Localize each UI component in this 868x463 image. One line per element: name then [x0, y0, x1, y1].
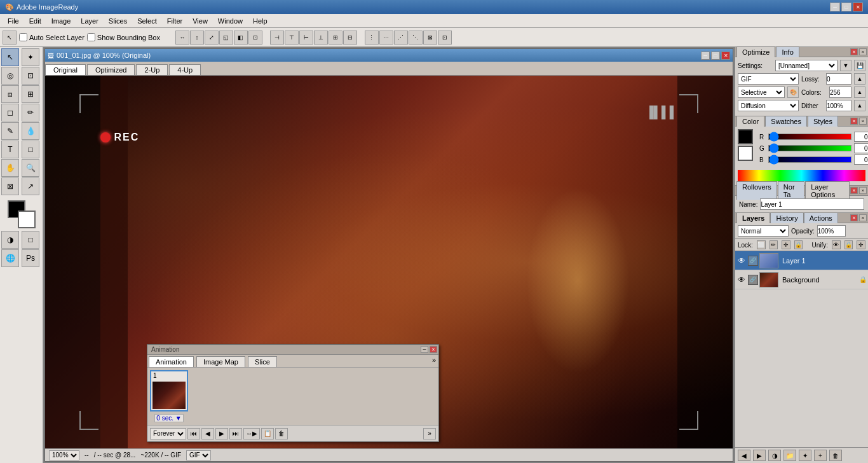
tool-slice[interactable]: ⧈ — [1, 85, 19, 103]
tab-layers[interactable]: Layers — [736, 212, 770, 223]
layers-btn-prev[interactable]: ◀ — [738, 450, 750, 461]
layers-btn-group[interactable]: 📁 — [783, 450, 796, 461]
tool-zoom[interactable]: 🔍 — [22, 159, 39, 177]
layers-btn-style[interactable]: ✦ — [799, 450, 811, 461]
anim-tab-slice[interactable]: Slice — [248, 356, 277, 367]
lossy-spinner[interactable]: ▲ — [854, 73, 865, 85]
dither-spinner[interactable]: ▲ — [854, 100, 865, 111]
image-close-btn[interactable]: ✕ — [721, 52, 730, 60]
palette-options-btn[interactable]: 🎨 — [787, 86, 799, 98]
layers-btn-delete[interactable]: 🗑 — [829, 450, 842, 461]
align-btn-6[interactable]: ⊟ — [343, 31, 357, 45]
format-select[interactable]: GIF — [738, 73, 799, 85]
unify-visibility[interactable]: 👁 — [832, 240, 841, 249]
settings-options-btn[interactable]: ▼ — [840, 60, 851, 71]
tool-hand[interactable]: ✋ — [1, 159, 19, 177]
layers-close-btn[interactable]: ✕ — [850, 214, 858, 221]
tab-4up[interactable]: 4-Up — [169, 64, 201, 75]
image-maximize-btn[interactable]: □ — [711, 52, 720, 60]
dist-btn-6[interactable]: ⊡ — [438, 31, 452, 45]
tool-magic-wand[interactable]: ✦ — [22, 48, 39, 66]
menu-file[interactable]: File — [3, 16, 24, 26]
tab-rollovers[interactable]: Rollovers — [736, 181, 777, 200]
anim-close-btn[interactable]: ✕ — [430, 346, 437, 353]
unify-position[interactable]: ✛ — [857, 240, 865, 249]
lock-paint[interactable]: ✏ — [770, 240, 778, 249]
status-info-select[interactable]: GIF — [186, 450, 211, 460]
tool-crop[interactable]: ⊡ — [22, 67, 39, 85]
anim-options-btn[interactable]: » — [423, 428, 436, 439]
tab-swatches[interactable]: Swatches — [765, 116, 807, 127]
anim-play-btn[interactable]: ▶ — [215, 428, 228, 439]
tab-color[interactable]: Color — [736, 116, 764, 127]
color-close-btn[interactable]: ✕ — [850, 118, 858, 125]
animation-frame-1[interactable]: 1 — [150, 370, 188, 411]
tab-optimized[interactable]: Optimized — [87, 64, 135, 75]
lock-transparency[interactable]: ⬜ — [757, 240, 766, 249]
colors-spinner[interactable]: ▲ — [854, 86, 865, 98]
fg-color-swatch[interactable] — [738, 129, 753, 144]
align-btn-2[interactable]: ⊤ — [285, 31, 299, 45]
tool-eyedropper[interactable]: 💧 — [22, 122, 39, 140]
menu-view[interactable]: View — [187, 16, 213, 26]
anim-delete-btn[interactable]: 🗑 — [275, 428, 288, 439]
r-slider[interactable] — [768, 134, 851, 140]
layer-1-visibility[interactable]: 👁 — [736, 256, 747, 266]
tab-layer-options[interactable]: Layer Options — [805, 181, 850, 200]
tool-standard-mode[interactable]: □ — [22, 231, 39, 249]
colors-input[interactable] — [829, 86, 851, 98]
dist-btn-3[interactable]: ⋰ — [394, 31, 408, 45]
anim-tab-imagemap[interactable]: Image Map — [196, 356, 245, 367]
lock-move[interactable]: ✛ — [782, 240, 790, 249]
dist-btn-1[interactable]: ⋮ — [365, 31, 379, 45]
palette-select[interactable]: Selective — [738, 86, 785, 98]
tool-tab[interactable]: ⊠ — [1, 177, 19, 195]
frame-time[interactable]: 0 sec. ▼ — [150, 414, 188, 422]
background-color[interactable] — [18, 211, 36, 228]
tool-paint[interactable]: ✏ — [22, 104, 39, 121]
tool-type[interactable]: T — [1, 141, 19, 158]
tool-slice-select[interactable]: ⊞ — [22, 85, 39, 103]
b-slider[interactable] — [768, 156, 851, 163]
layer-row-1[interactable]: 👁 🔗 Layer 1 — [735, 251, 868, 270]
dither-select[interactable]: Diffusion — [738, 100, 799, 111]
anim-tab-animation[interactable]: Animation — [149, 356, 194, 367]
layer-name-input[interactable] — [760, 198, 864, 210]
transform-btn-6[interactable]: ⊡ — [248, 31, 262, 45]
tool-extra[interactable]: ↗ — [22, 177, 39, 195]
loop-select[interactable]: Forever — [150, 428, 186, 439]
g-value[interactable]: 00 — [854, 143, 868, 153]
rollovers-expand-btn[interactable]: » — [859, 187, 867, 194]
menu-help[interactable]: Help — [248, 16, 273, 26]
dist-btn-4[interactable]: ⋱ — [409, 31, 423, 45]
lock-all[interactable]: 🔒 — [794, 240, 803, 249]
transform-btn-3[interactable]: ⤢ — [205, 31, 219, 45]
anim-expand-btn[interactable]: » — [278, 355, 438, 367]
tab-normal-tab[interactable]: Nor Ta — [778, 181, 804, 200]
optimize-close-btn[interactable]: ✕ — [850, 48, 858, 55]
unify-lock[interactable]: 🔒 — [844, 240, 853, 249]
tab-2up[interactable]: 2-Up — [136, 64, 168, 75]
tab-actions[interactable]: Actions — [804, 212, 838, 223]
close-button[interactable]: ✕ — [853, 3, 863, 11]
bg-link[interactable]: 🔗 — [748, 275, 758, 285]
tool-eraser[interactable]: ◻ — [1, 104, 19, 121]
b-value[interactable]: 00 — [854, 155, 868, 165]
menu-image[interactable]: Image — [46, 16, 76, 26]
bg-color-swatch[interactable] — [738, 146, 753, 161]
layers-expand-btn[interactable]: » — [859, 214, 867, 221]
anim-last-btn[interactable]: ⏭ — [229, 428, 242, 439]
align-btn-5[interactable]: ⊞ — [329, 31, 342, 45]
menu-slices[interactable]: Slices — [104, 16, 132, 26]
zoom-select[interactable]: 100% — [49, 450, 79, 460]
color-spectrum[interactable] — [738, 170, 865, 181]
optimize-expand-btn[interactable]: » — [859, 48, 867, 55]
layer-1-link[interactable]: 🔗 — [748, 256, 758, 266]
tab-history[interactable]: History — [770, 212, 803, 223]
anim-tween-btn[interactable]: ↔▶ — [243, 428, 260, 439]
layer-row-background[interactable]: 👁 🔗 Background 🔒 — [735, 270, 868, 289]
dither-input[interactable] — [826, 100, 851, 111]
menu-window[interactable]: Window — [213, 16, 248, 26]
image-minimize-btn[interactable]: ─ — [701, 52, 710, 60]
tool-imageready[interactable]: Ps — [22, 249, 39, 267]
